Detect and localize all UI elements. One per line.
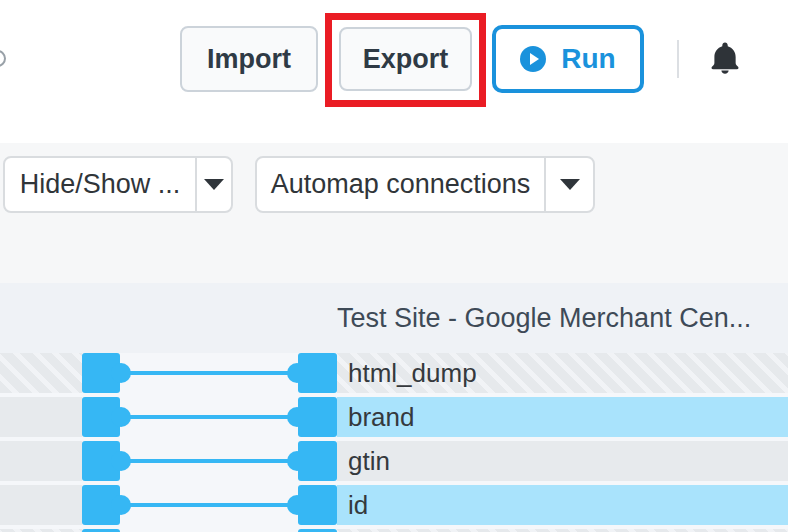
edge-partial-circle-icon <box>0 50 6 67</box>
connector-handle-right[interactable] <box>298 397 337 437</box>
hide-show-caret-button[interactable] <box>195 158 231 211</box>
target-field-cell[interactable]: gtin <box>337 441 788 481</box>
source-row-strip <box>0 441 82 481</box>
target-field-label: gtin <box>348 446 390 477</box>
notifications-bell-icon[interactable] <box>706 37 744 79</box>
automap-split-button: Automap connections <box>255 156 595 213</box>
target-field-label: brand <box>348 402 415 433</box>
connector-handle-right[interactable] <box>298 485 337 525</box>
hide-show-button[interactable]: Hide/Show ... <box>5 158 195 211</box>
mapping-row: gtin <box>0 441 788 481</box>
connector-handle-right[interactable] <box>298 353 337 393</box>
target-field-label: id <box>348 490 368 521</box>
mapping-canvas: html_dumpbrandgtinid <box>0 353 788 532</box>
play-icon <box>520 46 546 72</box>
mapping-row: html_dump <box>0 353 788 393</box>
caret-down-icon <box>560 179 580 190</box>
header-divider <box>677 40 679 78</box>
mapping-row: brand <box>0 397 788 437</box>
target-field-cell[interactable]: id <box>337 485 788 525</box>
connection-wire[interactable] <box>124 503 298 507</box>
run-button[interactable]: Run <box>492 25 644 93</box>
source-row-strip <box>0 485 82 525</box>
automap-caret-button[interactable] <box>544 158 593 211</box>
connection-wire[interactable] <box>124 415 298 419</box>
mapping-row: id <box>0 485 788 525</box>
hide-show-split-button: Hide/Show ... <box>3 156 233 213</box>
target-header-band: Test Site - Google Merchant Cen... <box>0 283 788 353</box>
target-field-cell[interactable]: brand <box>337 397 788 437</box>
source-row-strip <box>0 397 82 437</box>
connection-wire[interactable] <box>124 459 298 463</box>
import-button[interactable]: Import <box>180 26 318 92</box>
export-button[interactable]: Export <box>339 27 472 91</box>
automap-connections-button[interactable]: Automap connections <box>257 158 544 211</box>
connection-wire[interactable] <box>124 371 298 375</box>
target-field-label: html_dump <box>348 358 477 389</box>
caret-down-icon <box>204 179 224 190</box>
run-button-label: Run <box>561 43 615 75</box>
target-header-title: Test Site - Google Merchant Cen... <box>337 303 751 334</box>
target-field-cell[interactable]: html_dump <box>337 353 788 393</box>
connector-handle-right[interactable] <box>298 441 337 481</box>
source-row-strip <box>0 353 82 393</box>
